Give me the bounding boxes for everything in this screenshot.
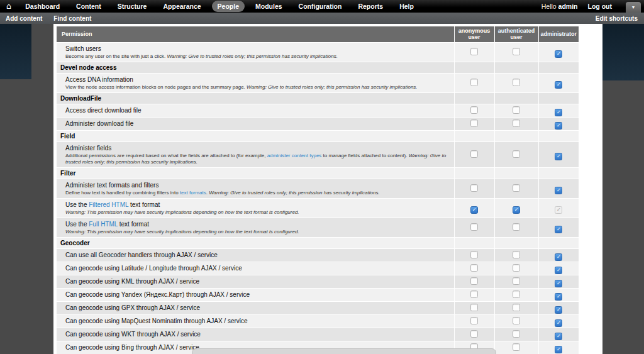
permission-checkbox[interactable] bbox=[513, 79, 520, 86]
permission-checkbox[interactable]: ✓ bbox=[555, 319, 562, 327]
shortcut-find-content[interactable]: Find content bbox=[48, 15, 97, 22]
permission-checkbox[interactable] bbox=[513, 150, 520, 158]
toolbar-item-reports[interactable]: Reports bbox=[352, 1, 389, 12]
permission-checkbox[interactable]: ✓ bbox=[555, 253, 562, 261]
permission-title: Switch users bbox=[57, 45, 449, 53]
text-segment: Can geocode using WKT through AJAX / ser… bbox=[65, 331, 201, 338]
permission-checkbox[interactable] bbox=[513, 343, 520, 351]
permission-row: Administer download file✓ bbox=[57, 117, 579, 130]
permission-checkbox[interactable] bbox=[513, 48, 520, 55]
horizontal-scrollbar[interactable] bbox=[192, 348, 496, 354]
permission-checkbox[interactable]: ✓ bbox=[555, 280, 562, 287]
inline-link[interactable]: text formats bbox=[180, 190, 206, 196]
text-segment: Switch users bbox=[65, 45, 101, 52]
permission-checkbox[interactable]: ✓ bbox=[555, 122, 562, 130]
permission-checkbox[interactable] bbox=[513, 330, 520, 338]
permission-checkbox[interactable]: ✓ bbox=[555, 226, 562, 233]
toolbar-item-content[interactable]: Content bbox=[70, 1, 107, 12]
warning-text: Warning: This permission may have securi… bbox=[65, 209, 299, 215]
permission-checkbox[interactable] bbox=[513, 223, 520, 231]
checkbox-cell bbox=[494, 314, 538, 328]
module-row: DownloadFile bbox=[57, 92, 579, 104]
permission-checkbox[interactable] bbox=[470, 184, 478, 192]
permission-description: Additional permissions are required base… bbox=[57, 153, 449, 165]
permission-checkbox[interactable]: ✓ bbox=[555, 293, 562, 301]
permission-checkbox[interactable] bbox=[470, 277, 478, 285]
permission-checkbox[interactable] bbox=[513, 277, 520, 285]
dimmed-page-header-left bbox=[0, 24, 31, 79]
permission-row: Can geocode using KML through AJAX / ser… bbox=[57, 275, 579, 288]
toolbar-item-modules[interactable]: Modules bbox=[250, 1, 288, 12]
permission-checkbox[interactable] bbox=[470, 106, 478, 114]
permission-title: Administer download file bbox=[57, 119, 449, 128]
column-header-permission: Permission bbox=[57, 26, 454, 42]
toolbar-item-people[interactable]: People bbox=[212, 1, 245, 12]
permission-title: Use the Full HTML text format bbox=[57, 220, 449, 228]
module-name: Devel node access bbox=[57, 64, 449, 72]
checkbox-cell: ✓ bbox=[538, 328, 579, 341]
permission-checkbox[interactable] bbox=[470, 223, 478, 231]
checkbox-cell bbox=[494, 92, 538, 104]
permission-checkbox[interactable]: ✓ bbox=[513, 206, 520, 214]
permission-checkbox[interactable]: ✓ bbox=[555, 153, 562, 160]
edit-shortcuts-link[interactable]: Edit shortcuts bbox=[596, 15, 644, 22]
inline-link[interactable]: administer content types bbox=[267, 153, 322, 158]
permission-row: Administer fieldsAdditional permissions … bbox=[57, 141, 579, 167]
checkbox-cell bbox=[494, 237, 538, 248]
permission-description: Warning: This permission may have securi… bbox=[57, 229, 449, 235]
permission-checkbox[interactable]: ✓ bbox=[555, 333, 562, 340]
permission-checkbox[interactable]: ✓ bbox=[470, 206, 478, 214]
user-greeting: Hello admin bbox=[541, 3, 578, 10]
toolbar-item-help[interactable]: Help bbox=[394, 1, 419, 12]
permission-checkbox[interactable] bbox=[513, 290, 520, 298]
home-icon[interactable]: ⌂ bbox=[0, 0, 17, 13]
permission-checkbox[interactable] bbox=[470, 48, 478, 55]
permission-checkbox[interactable] bbox=[513, 264, 520, 272]
permission-checkbox[interactable] bbox=[470, 119, 478, 127]
text-segment: Can geocode using Latitude / Longitude t… bbox=[65, 265, 242, 272]
checkbox-cell: ✓ bbox=[538, 248, 579, 262]
permission-checkbox[interactable] bbox=[470, 150, 478, 158]
permission-cell: Administer download file bbox=[57, 117, 454, 130]
inline-link[interactable]: Full HTML bbox=[89, 221, 118, 228]
text-segment: Access DNA information bbox=[65, 76, 133, 83]
toolbar-item-dashboard[interactable]: Dashboard bbox=[19, 1, 65, 12]
logout-link[interactable]: Log out bbox=[588, 3, 612, 10]
checkbox-cell bbox=[538, 62, 579, 73]
checkbox-cell: ✓ bbox=[538, 141, 579, 167]
permission-checkbox[interactable]: ✓ bbox=[555, 267, 562, 274]
text-segment: Can geocode using GPX through AJAX / ser… bbox=[65, 304, 200, 311]
toolbar-item-configuration[interactable]: Configuration bbox=[293, 1, 348, 12]
permission-checkbox[interactable]: ✓ bbox=[555, 81, 562, 89]
permission-checkbox[interactable]: ✓ bbox=[555, 346, 562, 353]
checkbox-cell bbox=[454, 218, 494, 237]
permission-checkbox[interactable] bbox=[513, 304, 520, 311]
permission-checkbox[interactable] bbox=[513, 317, 520, 324]
permission-checkbox[interactable] bbox=[470, 330, 478, 338]
permission-checkbox[interactable]: ✓ bbox=[555, 50, 562, 58]
toolbar-item-structure[interactable]: Structure bbox=[112, 1, 153, 12]
permission-checkbox[interactable] bbox=[470, 79, 478, 86]
checkbox-cell: ✓ bbox=[538, 117, 579, 130]
permission-checkbox[interactable]: ✓ bbox=[555, 306, 562, 314]
checkbox-cell: ✓ bbox=[538, 314, 579, 328]
permission-checkbox[interactable] bbox=[470, 251, 478, 258]
permission-checkbox[interactable] bbox=[513, 119, 520, 127]
inline-link[interactable]: Filtered HTML bbox=[89, 201, 128, 208]
permission-checkbox[interactable]: ✓ bbox=[555, 109, 562, 116]
permission-checkbox[interactable]: ✓ bbox=[555, 187, 562, 194]
module-name: Filter bbox=[57, 169, 449, 177]
permission-checkbox[interactable] bbox=[470, 317, 478, 324]
checkbox-cell: ✓ bbox=[538, 275, 579, 288]
checkbox-cell bbox=[454, 314, 494, 328]
permission-row: Access direct download file✓ bbox=[57, 104, 579, 117]
permission-checkbox[interactable] bbox=[470, 304, 478, 311]
permission-checkbox[interactable] bbox=[470, 290, 478, 298]
permission-checkbox[interactable] bbox=[513, 106, 520, 114]
permission-checkbox[interactable] bbox=[470, 264, 478, 272]
permission-checkbox[interactable] bbox=[513, 251, 520, 258]
toolbar-drawer-toggle-button[interactable]: ▼ bbox=[626, 2, 641, 13]
shortcut-add-content[interactable]: Add content bbox=[0, 15, 48, 22]
toolbar-item-appearance[interactable]: Appearance bbox=[157, 1, 206, 12]
permission-checkbox[interactable] bbox=[513, 184, 520, 192]
